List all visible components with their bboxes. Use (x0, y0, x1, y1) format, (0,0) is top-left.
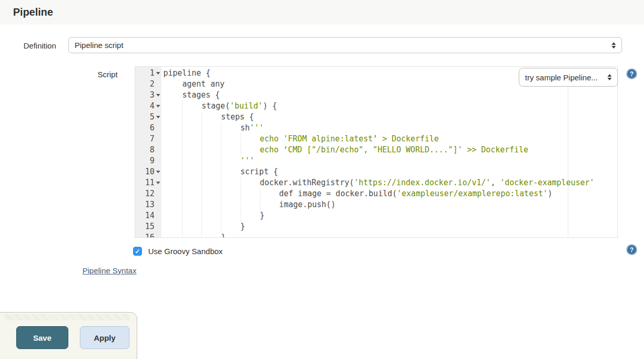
code-line: 15 } (135, 221, 617, 232)
select-arrows-icon (607, 74, 612, 80)
page-title: Pipeline (13, 6, 53, 18)
definition-label: Definition (23, 41, 56, 50)
code-line: 3 stages { (135, 90, 617, 101)
code-line: 10 script { (135, 166, 617, 177)
code-line: 16 } (135, 232, 617, 238)
try-sample-pipeline-select[interactable]: try sample Pipeline... (519, 68, 618, 87)
code-line: 9 ''' (135, 155, 617, 166)
code-line: 8 echo ‘CMD ["/bin/echo", "HELLO WORLD..… (135, 145, 617, 155)
code-line: 14 } (135, 210, 617, 221)
code-line: 6 sh''' (135, 123, 617, 134)
help-icon[interactable]: ? (626, 244, 637, 255)
code-line: 13 image.push() (135, 199, 617, 210)
fold-arrow-icon[interactable] (156, 105, 160, 107)
fold-arrow-icon[interactable] (156, 116, 160, 118)
code-line: 4 stage('build') { (135, 101, 617, 112)
definition-select-value: Pipeline script (69, 41, 612, 50)
footer-hatch-decoration (4, 314, 129, 320)
script-label: Script (98, 70, 117, 79)
apply-button[interactable]: Apply (80, 326, 129, 349)
check-icon: ✓ (135, 248, 140, 255)
code-line: 5 steps { (135, 112, 617, 123)
script-code-editor[interactable]: 1pipeline {2 agent any3 stages {4 stage(… (135, 66, 618, 238)
fold-arrow-icon[interactable] (156, 94, 160, 97)
fold-arrow-icon[interactable] (156, 182, 160, 184)
try-sample-pipeline-value: try sample Pipeline... (519, 73, 607, 82)
code-line: 7 echo 'FROM alpine:latest’ > Dockerfile (135, 134, 617, 145)
use-groovy-sandbox-checkbox[interactable]: ✓ (133, 247, 142, 256)
bottom-button-bar: Save Apply (0, 312, 137, 359)
code-line: 11 docker.withRegistry('https://index.do… (135, 177, 617, 188)
pipeline-syntax-link[interactable]: Pipeline Syntax (82, 266, 136, 275)
pipeline-config-page: Pipeline Definition Pipeline script ? Sc… (0, 0, 644, 359)
use-groovy-sandbox-label[interactable]: Use Groovy Sandbox (148, 247, 223, 256)
help-icon[interactable]: ? (626, 68, 637, 79)
section-header-band (0, 0, 644, 25)
save-button[interactable]: Save (16, 326, 68, 349)
code-line: 12 def image = docker.build('exampleuser… (135, 188, 617, 199)
fold-arrow-icon[interactable] (156, 72, 160, 75)
fold-arrow-icon[interactable] (156, 171, 160, 173)
definition-select[interactable]: Pipeline script (68, 37, 622, 53)
question-mark-icon: ? (630, 246, 634, 254)
question-mark-icon: ? (630, 70, 634, 78)
select-arrows-icon (612, 42, 616, 49)
script-editor-lines: 1pipeline {2 agent any3 stages {4 stage(… (135, 68, 617, 238)
